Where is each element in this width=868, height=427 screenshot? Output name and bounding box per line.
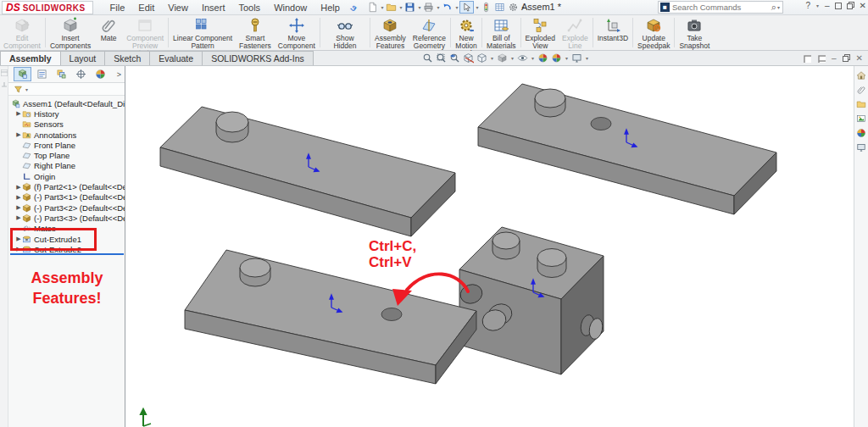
tree-item-part3-1[interactable]: ▶ (-) Part3<1> (Default<<Default>_Disp xyxy=(8,192,125,202)
featuremanager-tab[interactable] xyxy=(14,67,31,81)
graphics-area[interactable]: Ctrl+C, Ctrl+V xyxy=(125,66,854,427)
restore-button[interactable] xyxy=(847,2,854,9)
tree-item-right-plane[interactable]: Right Plane xyxy=(8,161,125,171)
expand-arrow-icon[interactable]: ▶ xyxy=(15,184,22,191)
show-hidden-components-button[interactable]: Show Hidden Components xyxy=(321,15,369,50)
home-icon[interactable] xyxy=(856,70,866,80)
appearances-icon[interactable] xyxy=(856,128,866,138)
bill-of-materials-button[interactable]: Bill of Materials xyxy=(483,15,519,50)
part-block[interactable] xyxy=(458,227,604,374)
tab-layout[interactable]: Layout xyxy=(60,51,106,65)
tree-item-assembly[interactable]: Assem1 (Default<Default_Display State-1 xyxy=(8,98,125,108)
doc-minimize-button[interactable]: – xyxy=(832,53,837,63)
propertymanager-tab[interactable] xyxy=(33,67,51,81)
menu-insert[interactable]: Insert xyxy=(195,2,232,14)
open-button[interactable] xyxy=(385,2,398,13)
dimxpertmanager-tab[interactable] xyxy=(72,67,90,81)
expand-arrow-icon[interactable]: ▶ xyxy=(15,214,22,221)
displaymanager-tab[interactable] xyxy=(92,67,109,81)
menu-window[interactable]: Window xyxy=(267,2,314,14)
file-properties-button[interactable] xyxy=(493,2,506,13)
menu-tools[interactable]: Tools xyxy=(231,2,267,14)
expand-arrow-icon[interactable]: ▶ xyxy=(15,194,22,201)
part-plate-bottom-left[interactable] xyxy=(185,250,476,384)
edit-component-button[interactable]: Edit Component xyxy=(0,15,44,50)
new-window-icon[interactable] xyxy=(803,54,811,63)
zoom-to-area-icon[interactable] xyxy=(436,53,447,64)
smart-fasteners-button[interactable]: Smart Fasteners xyxy=(236,15,275,50)
select-tool-button[interactable] xyxy=(459,1,474,14)
menu-help[interactable]: Help xyxy=(314,2,347,14)
apply-scene-icon[interactable] xyxy=(551,53,562,64)
expand-arrow-icon[interactable]: ▶ xyxy=(15,131,22,138)
configurationmanager-tab[interactable] xyxy=(53,67,70,81)
expand-arrow-icon[interactable]: ▶ xyxy=(15,110,22,117)
assembly-features-button[interactable]: Assembly Features ▾ xyxy=(371,15,409,50)
explode-line-sketch-button[interactable]: Explode Line Sketch xyxy=(559,15,592,50)
view-orientation-icon[interactable] xyxy=(476,53,487,64)
panel-tabs-overflow[interactable]: > xyxy=(117,70,121,79)
pushpin-icon[interactable]: ϧ xyxy=(349,2,359,13)
take-snapshot-button[interactable]: Take Snapshot xyxy=(676,15,713,50)
hide-show-items-icon[interactable] xyxy=(517,53,528,64)
new-document-button[interactable] xyxy=(366,2,379,13)
view-settings-icon[interactable] xyxy=(571,53,582,64)
design-library-icon[interactable] xyxy=(856,99,866,109)
mate-button[interactable]: Mate xyxy=(94,15,123,50)
component-preview-window-button[interactable]: Component Preview Window xyxy=(123,15,167,50)
tile-window-icon[interactable] xyxy=(817,54,826,63)
new-motion-study-button[interactable]: New Motion Study xyxy=(452,15,481,50)
rollback-bar[interactable] xyxy=(10,253,124,255)
tree-item-top-plane[interactable]: Top Plane xyxy=(8,150,125,160)
part-plate-top-right[interactable] xyxy=(478,84,776,214)
reference-geometry-button[interactable]: Reference Geometry ▾ xyxy=(409,15,449,50)
rebuild-button[interactable] xyxy=(480,2,492,13)
part-plate-top-left[interactable] xyxy=(160,107,455,236)
tree-item-part2-1[interactable]: ▶ (f) Part2<1> (Default<<Default>_Disp xyxy=(8,181,125,191)
collapsed-pane-icon[interactable] xyxy=(1,81,8,88)
edit-appearance-icon[interactable] xyxy=(537,53,548,64)
search-input[interactable] xyxy=(672,3,771,12)
doc-close-button[interactable]: ✕ xyxy=(856,53,863,63)
close-button[interactable]: ✕ xyxy=(860,1,866,10)
file-explorer-icon[interactable] xyxy=(856,114,866,124)
tree-item-history[interactable]: ▶ History xyxy=(8,108,125,119)
update-speedpak-button[interactable]: Update Speedpak xyxy=(634,15,673,50)
move-component-button[interactable]: Move Component ▾ xyxy=(275,15,319,50)
print-button[interactable] xyxy=(422,2,435,13)
custom-properties-icon[interactable] xyxy=(856,142,866,152)
display-style-icon[interactable] xyxy=(497,53,508,64)
menu-file[interactable]: File xyxy=(103,2,132,14)
insert-components-button[interactable]: Insert Components ▾ xyxy=(47,15,94,50)
expand-arrow-icon[interactable]: ▶ xyxy=(15,204,22,211)
collapsed-pane-icon[interactable] xyxy=(1,69,8,76)
menu-edit[interactable]: Edit xyxy=(131,2,161,14)
save-button[interactable] xyxy=(403,2,416,13)
search-scope-icon[interactable]: ■ xyxy=(660,3,670,12)
search-commands-box[interactable]: ■ ⌕ ▾ xyxy=(658,1,783,14)
linear-component-pattern-button[interactable]: Linear Component Pattern ▾ xyxy=(170,15,236,50)
menu-view[interactable]: View xyxy=(161,2,195,14)
filter-funnel-icon[interactable] xyxy=(14,85,23,94)
previous-view-icon[interactable] xyxy=(449,53,460,64)
tree-item-annotations[interactable]: ▶ Annotations xyxy=(8,130,125,140)
exploded-view-button[interactable]: Exploded View xyxy=(522,15,559,50)
tab-evaluate[interactable]: Evaluate xyxy=(149,51,203,65)
search-icon[interactable]: ⌕ xyxy=(771,2,776,13)
help-resources-icon[interactable] xyxy=(856,85,866,95)
help-button[interactable]: ? xyxy=(805,1,810,10)
options-button[interactable] xyxy=(507,2,520,13)
zoom-to-fit-icon[interactable] xyxy=(422,53,433,64)
doc-restore-button[interactable] xyxy=(843,54,850,62)
tab-sketch[interactable]: Sketch xyxy=(104,51,150,65)
undo-button[interactable] xyxy=(441,2,453,13)
tree-item-part3-3[interactable]: ▶ (-) Part3<3> (Default<<Default>_Disp xyxy=(8,213,125,223)
section-view-icon[interactable] xyxy=(463,53,474,64)
minimize-button[interactable]: – xyxy=(825,1,830,10)
instant3d-button[interactable]: Instant3D xyxy=(594,15,632,50)
tree-item-origin[interactable]: Origin xyxy=(8,171,125,181)
tab-assembly[interactable]: Assembly xyxy=(0,51,61,65)
tree-item-part3-2[interactable]: ▶ (-) Part3<2> (Default<<Default>_Disp xyxy=(8,202,125,213)
maximize-button[interactable] xyxy=(835,3,842,9)
tree-item-front-plane[interactable]: Front Plane xyxy=(8,140,125,150)
